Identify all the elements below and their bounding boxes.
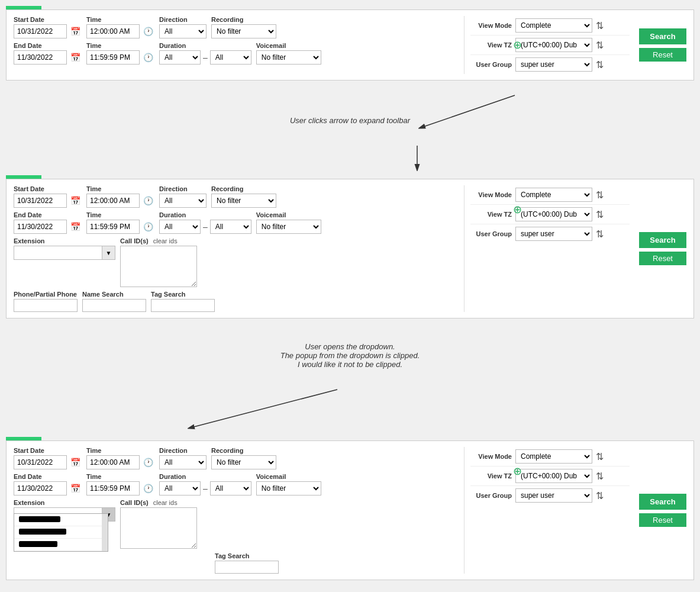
t3-duration-to-select[interactable]: All bbox=[210, 481, 251, 496]
t3-start-date-label: Start Date bbox=[14, 447, 82, 454]
t2-name-input[interactable] bbox=[82, 299, 146, 312]
direction-select[interactable]: All bbox=[159, 24, 207, 38]
t2-expand-toolbar-button[interactable]: ⊕ bbox=[513, 203, 522, 216]
t3-end-time-label: Time bbox=[86, 473, 154, 480]
t2-duration-from-select[interactable]: All bbox=[159, 220, 201, 234]
search-button-3[interactable]: Search bbox=[639, 494, 686, 510]
t2-end-time-clock-icon[interactable]: 🕐 bbox=[142, 222, 154, 231]
t3-start-time-label: Time bbox=[86, 447, 154, 454]
toolbar2-row-1b: End Date 📅 Time 🕐 Duration bbox=[14, 211, 459, 234]
t2-extension-input[interactable] bbox=[14, 246, 102, 260]
t3-start-date-calendar-icon[interactable]: 📅 bbox=[69, 458, 82, 467]
recording-select[interactable]: No filter bbox=[211, 24, 276, 38]
t2-tag-input[interactable] bbox=[151, 299, 215, 312]
t3-start-time-clock-icon[interactable]: 🕐 bbox=[142, 458, 154, 467]
t3-view-tz-row: View TZ (UTC+00:00) Dub ⇅ bbox=[470, 466, 630, 486]
t3-view-tz-select[interactable]: (UTC+00:00) Dub bbox=[515, 469, 592, 483]
search-button-1[interactable]: Search bbox=[639, 28, 686, 44]
t2-recording-label: Recording bbox=[211, 185, 276, 192]
user-group-select[interactable]: super user bbox=[515, 57, 592, 72]
toolbar3-row-1a: Start Date 📅 Time 🕐 Direction bbox=[14, 447, 459, 469]
t2-end-date-input[interactable] bbox=[14, 220, 67, 234]
t3-call-ids-textarea[interactable] bbox=[120, 507, 197, 549]
t3-dropdown-item-2[interactable] bbox=[14, 539, 108, 551]
user-group-row: User Group super user ⇅ bbox=[470, 55, 630, 74]
expand-toolbar-button[interactable]: ⊕ bbox=[513, 38, 522, 52]
t2-view-mode-row: View Mode Complete ⇅ bbox=[470, 185, 630, 205]
end-time-label: Time bbox=[86, 42, 154, 49]
t2-start-time-clock-icon[interactable]: 🕐 bbox=[142, 196, 154, 205]
t3-end-time-clock-icon[interactable]: 🕐 bbox=[142, 484, 154, 493]
start-date-label: Start Date bbox=[14, 16, 82, 23]
end-date-group: End Date 📅 bbox=[14, 42, 82, 65]
t3-expand-toolbar-button[interactable]: ⊕ bbox=[513, 465, 522, 478]
end-time-clock-icon[interactable]: 🕐 bbox=[142, 53, 154, 62]
reset-button-3[interactable]: Reset bbox=[639, 513, 686, 527]
t3-end-date-calendar-icon[interactable]: 📅 bbox=[69, 484, 82, 493]
t3-dropdown-item-1[interactable] bbox=[14, 526, 108, 539]
t3-end-date-group: End Date 📅 bbox=[14, 473, 82, 496]
t3-tag-group: Tag Search bbox=[215, 552, 279, 574]
t2-phone-input[interactable] bbox=[14, 299, 78, 312]
start-date-input[interactable] bbox=[14, 24, 67, 38]
start-time-input[interactable] bbox=[86, 24, 140, 38]
t2-duration-dash: – bbox=[203, 222, 208, 231]
search-button-2[interactable]: Search bbox=[639, 232, 686, 248]
t2-view-mode-select[interactable]: Complete bbox=[515, 188, 592, 202]
t3-direction-select[interactable]: All bbox=[159, 455, 207, 469]
t2-direction-select[interactable]: All bbox=[159, 194, 207, 208]
start-time-group: Time 🕐 bbox=[86, 16, 154, 38]
annotation-area-2: User opens the dropdown. The popup from … bbox=[6, 318, 694, 437]
t3-user-group-select[interactable]: super user bbox=[515, 488, 592, 503]
t2-view-tz-select[interactable]: (UTC+00:00) Dub bbox=[515, 207, 592, 221]
end-date-input[interactable] bbox=[14, 50, 67, 65]
t2-start-time-label: Time bbox=[86, 185, 154, 192]
annotation-text-1: User clicks arrow to expand toolbar bbox=[290, 116, 410, 125]
t2-user-group-arrows-icon: ⇅ bbox=[596, 229, 604, 240]
end-date-calendar-icon[interactable]: 📅 bbox=[69, 53, 82, 62]
t3-view-mode-select[interactable]: Complete bbox=[515, 449, 592, 464]
view-mode-select[interactable]: Complete bbox=[515, 18, 592, 33]
t2-extension-label: Extension bbox=[14, 237, 115, 244]
t2-clear-ids-link[interactable]: clear ids bbox=[153, 237, 178, 244]
t3-dropdown-item-0[interactable] bbox=[14, 514, 108, 526]
t3-start-date-input[interactable] bbox=[14, 455, 67, 469]
t2-end-time-input[interactable] bbox=[86, 220, 140, 234]
t3-end-date-input[interactable] bbox=[14, 481, 67, 496]
t3-recording-label: Recording bbox=[211, 447, 276, 454]
reset-button-1[interactable]: Reset bbox=[639, 48, 686, 62]
t3-clear-ids-link[interactable]: clear ids bbox=[153, 499, 178, 506]
toolbar-left-1: Start Date 📅 Time 🕐 Direction bbox=[14, 16, 459, 74]
t2-user-group-select[interactable]: super user bbox=[515, 227, 592, 241]
reset-button-2[interactable]: Reset bbox=[639, 252, 686, 265]
toolbar-row-1b: End Date 📅 Time 🕐 Duration bbox=[14, 42, 459, 65]
t3-end-time-input[interactable] bbox=[86, 481, 140, 496]
t2-start-date-input[interactable] bbox=[14, 194, 67, 208]
t3-dropdown-scrollbar[interactable] bbox=[102, 514, 108, 551]
t2-duration-to-select[interactable]: All bbox=[210, 220, 251, 234]
toolbar-panel-2: Start Date 📅 Time 🕐 Direction bbox=[6, 179, 694, 318]
t3-duration-from-select[interactable]: All bbox=[159, 481, 201, 496]
t2-end-date-calendar-icon[interactable]: 📅 bbox=[69, 222, 82, 231]
t2-call-ids-textarea[interactable] bbox=[120, 246, 197, 287]
start-date-calendar-icon[interactable]: 📅 bbox=[69, 27, 82, 36]
start-time-clock-icon[interactable]: 🕐 bbox=[142, 27, 154, 36]
voicemail-select[interactable]: No filter bbox=[256, 50, 321, 65]
t3-recording-select[interactable]: No filter bbox=[211, 455, 276, 469]
end-time-input[interactable] bbox=[86, 50, 140, 65]
t3-start-time-input[interactable] bbox=[86, 455, 140, 469]
toolbar-panel-1: Start Date 📅 Time 🕐 Direction bbox=[6, 9, 694, 81]
t2-start-time-input[interactable] bbox=[86, 194, 140, 208]
t3-voicemail-select[interactable]: No filter bbox=[256, 481, 321, 496]
duration-from-select[interactable]: All bbox=[159, 50, 201, 65]
view-tz-select[interactable]: (UTC+00:00) Dub bbox=[515, 38, 592, 52]
t2-voicemail-label: Voicemail bbox=[256, 211, 321, 218]
t2-extension-dropdown-btn[interactable]: ▼ bbox=[102, 246, 115, 260]
t2-voicemail-select[interactable]: No filter bbox=[256, 220, 321, 234]
t3-call-ids-section: Call ID(s) clear ids bbox=[120, 499, 459, 549]
duration-to-select[interactable]: All bbox=[210, 50, 251, 65]
t3-tag-input[interactable] bbox=[215, 561, 279, 574]
t2-start-date-calendar-icon[interactable]: 📅 bbox=[69, 196, 82, 205]
t2-recording-select[interactable]: No filter bbox=[211, 194, 276, 208]
toolbar2-row-phone: Phone/Partial Phone Name Search Tag Sear… bbox=[14, 291, 459, 312]
